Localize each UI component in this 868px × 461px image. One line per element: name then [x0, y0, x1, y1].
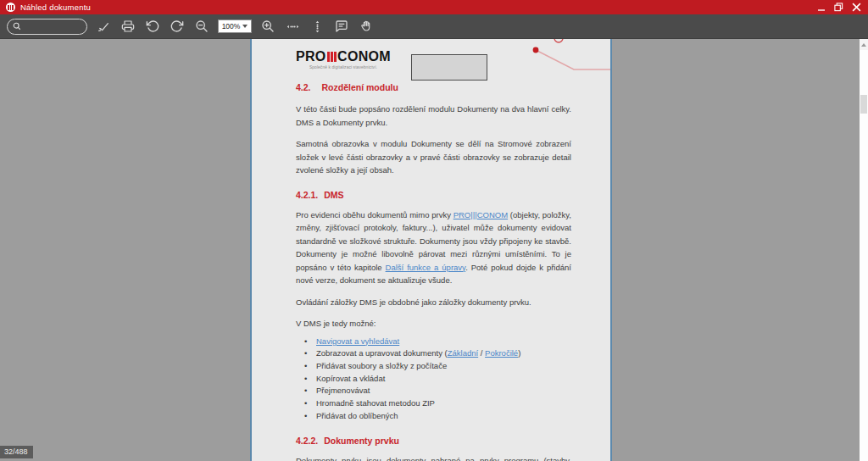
arrow-up-icon: [861, 43, 866, 47]
logo-text-conom: CONOM: [337, 49, 391, 64]
dms-feature-list: Navigovat a vyhledávat Zobrazovat a upra…: [296, 336, 571, 423]
logo-tagline: Společně k digitalizaci stavebnictví.: [304, 65, 382, 69]
print-icon[interactable]: [120, 17, 136, 36]
search-icon: [13, 22, 21, 31]
scrollbar-thumb[interactable]: [860, 95, 867, 114]
zoom-out-icon[interactable]: [193, 17, 210, 36]
zoom-level-value: 100%: [222, 22, 241, 31]
document-preview-window: Náhled dokumentu: [0, 0, 868, 461]
paragraph: V této části bude popsáno rozdělení modu…: [296, 103, 571, 129]
paragraph: Dokumenty prvku jsou dokumenty nahrané n…: [296, 454, 571, 461]
close-button[interactable]: [849, 2, 864, 14]
hand-pan-icon[interactable]: [358, 17, 375, 36]
link-dalsi-funkce[interactable]: Další funkce a úpravy: [386, 263, 466, 272]
rotate-cw-icon[interactable]: [169, 17, 186, 36]
list-item: Přidávat soubory a složky z počítače: [296, 360, 571, 373]
list-item: Hromadně stahovat metodou ZIP: [296, 397, 571, 410]
paragraph: V DMS je tedy možné:: [296, 317, 571, 330]
link-navigovat[interactable]: Navigovat a vyhledávat: [316, 336, 399, 346]
scroll-up-button[interactable]: [860, 39, 868, 50]
select-tool-icon[interactable]: [95, 17, 112, 36]
link-pokrocile[interactable]: Pokročilé: [485, 348, 518, 358]
list-item: Přejmenovávat: [296, 385, 571, 397]
paragraph: Ovládání záložky DMS je obdobné jako zál…: [296, 296, 571, 309]
link-zakladni[interactable]: Základní: [448, 348, 478, 358]
minimize-button[interactable]: [814, 2, 828, 14]
comment-icon[interactable]: [333, 17, 350, 36]
company-logo: PRO CONOM Společně k digitalizaci staveb…: [296, 49, 391, 70]
fit-height-icon[interactable]: [309, 17, 326, 36]
app-logo-icon: [6, 3, 15, 12]
window-controls: [814, 2, 864, 14]
document-page: PRO CONOM Společně k digitalizaci staveb…: [250, 39, 612, 461]
fit-width-icon[interactable]: [284, 17, 301, 36]
logo-bars-icon: [327, 52, 337, 62]
logo-text-pro: PRO: [296, 49, 326, 64]
window-title: Náhled dokumentu: [20, 3, 91, 12]
rotate-ccw-icon[interactable]: [144, 17, 161, 36]
list-item: Kopírovat a vkládat: [296, 373, 571, 386]
paragraph: Pro evidenci oběhu dokumentů mimo prvky …: [296, 208, 571, 287]
viewer-canvas[interactable]: PRO CONOM Společně k digitalizaci staveb…: [0, 39, 868, 461]
search-box[interactable]: [7, 19, 87, 35]
vertical-scrollbar[interactable]: [860, 39, 868, 461]
heading-4-2-2: 4.2.2. Dokumenty prvku: [296, 436, 571, 446]
titlebar: Náhled dokumentu: [0, 0, 868, 14]
list-item: Přidávat do oblíbených: [296, 410, 571, 423]
zoom-level-select[interactable]: 100%: [218, 19, 252, 33]
restore-button[interactable]: [832, 2, 846, 14]
page-indicator: 32/488: [0, 446, 33, 458]
link-proconom[interactable]: PRO|||CONOM: [453, 210, 508, 219]
document-body: 4.2. Rozdělení modulu V této části bude …: [296, 80, 571, 461]
zoom-in-icon[interactable]: [259, 17, 276, 36]
paragraph: Samotná obrazovka v modulu Dokumenty se …: [296, 137, 571, 177]
image-placeholder-box: [411, 54, 487, 81]
viewer-toolbar: 100%: [0, 14, 868, 39]
list-item: Zobrazovat a upravovat dokumenty (Základ…: [296, 347, 571, 360]
heading-4-2: 4.2. Rozdělení modulu: [296, 82, 571, 92]
search-input[interactable]: [25, 22, 81, 31]
chevron-down-icon: [242, 25, 248, 28]
heading-4-2-1: 4.2.1. DMS: [296, 190, 571, 200]
list-item: Navigovat a vyhledávat: [296, 336, 571, 348]
